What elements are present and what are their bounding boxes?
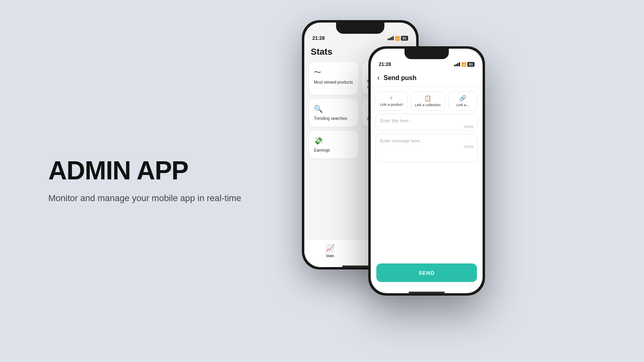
app-subtitle: Monitor and manage your mobile app in re… (48, 192, 242, 205)
battery-icon: 81 (401, 36, 408, 41)
link-collection-button[interactable]: 📋 Link a collection (411, 91, 445, 111)
link-other-button[interactable]: 🔗 Link a... (448, 91, 477, 111)
send-button[interactable]: SEND (376, 263, 477, 282)
notch-1 (336, 23, 384, 34)
status-icons-2: 📶 81 (454, 62, 475, 67)
time-2: 21:28 (379, 62, 391, 67)
phones-section: 21:28 📶 81 Stats (282, 0, 644, 362)
plus-icon: + (390, 95, 393, 101)
link-product-label: Link a product (380, 103, 403, 107)
wifi-icon-2: 📶 (461, 62, 466, 67)
link-product-button[interactable]: + Link a product (376, 91, 407, 111)
notch-2 (405, 49, 449, 59)
search-icon: 🔍 (314, 105, 353, 113)
link-other-label: Link a... (456, 103, 469, 107)
push-header: ‹ Send push (371, 70, 483, 86)
back-button[interactable]: ‹ (377, 74, 380, 82)
link-collection-label: Link a collection (415, 103, 441, 107)
title-placeholder: Enter title here... (380, 118, 473, 123)
card-label-earnings: Earnings (314, 148, 353, 153)
signal-icon-2 (454, 62, 460, 66)
collection-icon: 📋 (424, 95, 431, 101)
card-earnings[interactable]: 💸 Earnings (309, 131, 358, 158)
link-icon: 🔗 (459, 95, 466, 101)
status-icons-1: 📶 81 (388, 36, 408, 41)
card-most-viewed-products[interactable]: 〜 Most viewed products (309, 62, 358, 95)
phone-send-push: 21:28 📶 81 ‹ Send push (368, 46, 485, 296)
title-input-area[interactable]: Enter title here... 0/255 (376, 114, 478, 131)
battery-icon-2: 81 (467, 62, 475, 67)
nav-stats-label: Stats (326, 254, 334, 258)
signal-icon (388, 36, 394, 40)
app-title: ADMIN APP (48, 157, 282, 184)
message-input-area[interactable]: Enter message here... 0/255 (376, 134, 478, 162)
title-count: 0/255 (380, 125, 473, 129)
message-count: 0/255 (380, 145, 473, 149)
card-label-products: Most viewed products (314, 80, 353, 85)
message-placeholder: Enter message here... (380, 138, 473, 143)
earnings-icon: 💸 (314, 136, 353, 145)
link-buttons-row: + Link a product 📋 Link a collection 🔗 L… (371, 86, 483, 114)
card-trending-searches[interactable]: 🔍 Trending searches (309, 99, 358, 127)
wifi-icon: 📶 (395, 36, 400, 41)
push-title: Send push (384, 74, 417, 82)
nav-stats[interactable]: 📈 Stats (326, 244, 334, 258)
card-label-trending: Trending searches (314, 116, 353, 121)
chart-icon: 〜 (314, 68, 353, 77)
time-1: 21:28 (312, 35, 325, 41)
send-label: SEND (419, 270, 435, 276)
home-indicator-2 (409, 292, 445, 293)
stats-nav-icon: 📈 (326, 244, 334, 253)
